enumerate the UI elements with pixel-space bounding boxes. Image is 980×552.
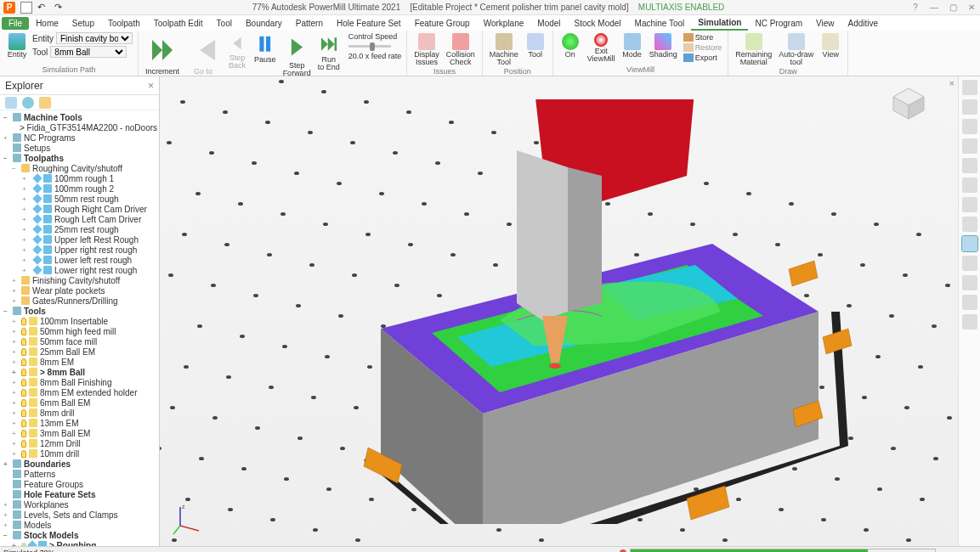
tree-node[interactable]: > Fidia_GTF3514MA2200 - noDoors [0,122,159,132]
menu-feature-group[interactable]: Feature Group [408,17,477,30]
tree-node[interactable]: +50mm high feed mill [0,326,159,336]
side-btn-zoom-in[interactable] [962,138,977,154]
viewmill-on-button[interactable]: On [558,32,582,59]
side-btn-select[interactable] [962,295,977,310]
autodraw-tool-button[interactable]: Auto-draw tool [777,32,815,67]
step-back-button[interactable]: Step Back [225,32,249,70]
menu-toolpath-edit[interactable]: Toolpath Edit [147,17,210,30]
menu-stock-model[interactable]: Stock Model [568,17,628,30]
display-issues-button[interactable]: Display Issues [412,32,441,67]
3d-viewport[interactable]: × [160,76,958,546]
tree-node[interactable]: +Upper right rest rough [0,245,159,255]
tree-node[interactable]: +Lower right rest rough [0,265,159,275]
menu-additive[interactable]: Additive [841,17,886,30]
menu-boundary[interactable]: Boundary [239,17,289,30]
tree-node[interactable]: +50mm face mill [0,336,159,346]
close-icon[interactable]: ✕ [966,3,977,13]
pause-button[interactable]: Pause [252,32,278,65]
menu-tool[interactable]: Tool [210,17,239,30]
side-btn-cursor[interactable] [962,314,977,330]
tree-node[interactable]: +Gates/Runners/Drilling [0,296,159,306]
tree-node[interactable]: +8mm drill [0,408,159,418]
tree-node[interactable]: +Rough Left Cam Driver [0,214,159,224]
menu-pattern[interactable]: Pattern [289,17,330,30]
tree-node[interactable]: +Workplanes [0,499,159,510]
collision-check-button[interactable]: Collision Check [445,32,477,67]
explorer-close-icon[interactable]: × [148,80,154,92]
menu-setup[interactable]: Setup [65,17,101,30]
side-btn-zoom-out[interactable] [962,177,977,193]
side-btn-rotate[interactable] [962,217,977,232]
tree-node[interactable]: +25mm rest rough [0,224,159,234]
toolbar-icon-3[interactable] [39,97,51,109]
explorer-tree[interactable]: −Machine Tools> Fidia_GTF3514MA2200 - no… [0,110,159,546]
viewmill-mode-button[interactable]: Mode [620,32,644,59]
side-btn-shade[interactable] [962,236,977,251]
tree-node[interactable]: +Finishing Cavity/shutoff [0,275,159,285]
entity-dropdown[interactable]: Finish cavity bottom [56,32,133,44]
side-btn-home[interactable] [962,80,977,95]
menu-hole-feature-set[interactable]: Hole Feature Set [330,17,408,30]
tree-node[interactable]: +100mm Insertable [0,316,159,326]
view-cube[interactable] [890,85,927,122]
undo-icon[interactable]: ↶ [37,2,49,14]
tool-dropdown[interactable]: 8mm Ball [50,46,127,58]
viewmill-exit-button[interactable]: Exit ViewMill [586,32,617,64]
menu-workplane[interactable]: Workplane [477,17,531,30]
speed-slider[interactable] [348,45,391,48]
step-forward-button[interactable]: Step Forward [281,32,313,78]
machine-tool-pos-button[interactable]: Machine Tool [488,32,520,67]
save-icon[interactable] [20,2,32,14]
tree-node[interactable]: +Wear plate pockets [0,285,159,296]
viewmill-restore-button[interactable]: Restore [683,42,723,53]
tree-node[interactable]: +12mm Drill [0,438,159,448]
tree-node[interactable]: Hole Feature Sets [0,489,159,499]
side-btn-block[interactable] [962,256,977,271]
toolbar-icon-2[interactable] [22,97,34,109]
viewmill-store-button[interactable]: Store [683,32,723,42]
tree-node[interactable]: −Stock Models [0,530,159,540]
tree-node[interactable]: +Lower left rest rough [0,255,159,265]
minimize-icon[interactable]: — [929,3,939,13]
menu-file[interactable]: File [2,17,29,30]
side-btn-layers[interactable] [962,275,977,290]
tree-node[interactable]: Setups [0,143,159,153]
entity-button[interactable]: Entity [5,32,29,59]
stop-icon[interactable] [620,549,626,553]
tree-node[interactable]: −Toolpaths [0,153,159,163]
viewmill-export-button[interactable]: Export [683,53,723,63]
tree-node[interactable]: −Roughing Cavity/shutoff [0,163,159,173]
menu-toolpath[interactable]: Toolpath [101,17,147,30]
tree-node[interactable]: +3mm Ball EM [0,428,159,438]
tree-node[interactable]: +Levels, Sets and Clamps [0,510,159,520]
tree-node[interactable]: +13mm EM [0,418,159,428]
menu-simulation[interactable]: Simulation [691,16,748,31]
side-btn-pan[interactable] [962,197,977,212]
tree-node[interactable]: +8mm EM extended holder [0,387,159,397]
menu-home[interactable]: Home [29,17,65,30]
side-btn-zoom-fit[interactable] [962,158,977,173]
tree-node[interactable]: +25mm Ball EM [0,346,159,357]
side-btn-iso[interactable] [962,99,977,115]
side-btn-wire[interactable] [962,119,977,134]
tree-node[interactable]: +Upper left Rest Rough [0,234,159,245]
tree-node[interactable]: +100mm rough 2 [0,183,159,194]
tree-node[interactable]: +Models [0,520,159,530]
maximize-icon[interactable]: ▢ [948,3,958,13]
tree-node[interactable]: +NC Programs [0,132,159,143]
tree-node[interactable]: +6mm Ball EM [0,397,159,408]
tree-node[interactable]: Patterns [0,469,159,479]
viewmill-shading-button[interactable]: Shading [648,32,679,59]
remaining-material-button[interactable]: Remaining Material [734,32,773,67]
increment-button[interactable]: Increment [144,32,181,76]
tree-node[interactable]: −Machine Tools [0,112,159,122]
tree-node[interactable]: +Rough Right Cam Driver [0,204,159,214]
tree-node[interactable]: +50mm rest rough [0,194,159,204]
view-button[interactable]: View [819,32,842,59]
redo-icon[interactable]: ↷ [54,2,66,14]
tree-node[interactable]: +8mm EM [0,357,159,367]
tree-node[interactable]: +> Roughing [0,540,159,546]
tree-node[interactable]: Feature Groups [0,479,159,489]
run-to-end-button[interactable]: Run to End [316,32,342,72]
menu-model[interactable]: Model [530,17,567,30]
